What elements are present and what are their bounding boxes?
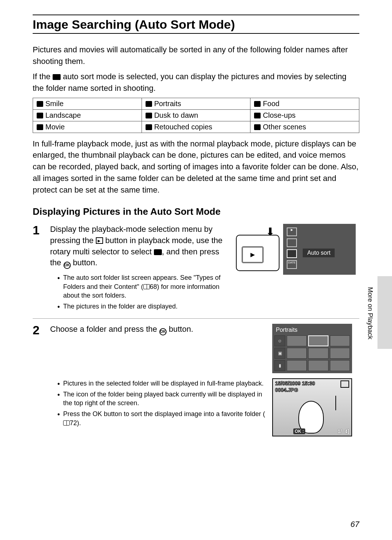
thumb [287, 348, 307, 359]
step2-note-3: Press the OK button to sort the displaye… [63, 410, 267, 427]
thumb-title: Portraits [274, 326, 350, 335]
playback-date: 15/05/2009 15:30 [275, 380, 315, 386]
camera-back-illustration: ⬇ ▶ [236, 235, 279, 271]
page-number: 67 [351, 520, 359, 529]
playback-counter: 1/ 4] [338, 428, 349, 434]
ok-button-icon: OK [64, 262, 71, 269]
playback-filename: 0004.JPG [275, 387, 298, 393]
step2-instruction: Choose a folder and press the OK button. [50, 324, 267, 335]
thumb-selected [308, 335, 328, 346]
background-illustration [335, 396, 346, 410]
menu-icon-autosort [287, 249, 297, 258]
thumbnail-screenshot: Portraits ☺ ▣ ▮ [272, 324, 352, 373]
thumb [330, 348, 350, 359]
other-scenes-icon [254, 124, 261, 130]
smile-icon [37, 101, 43, 107]
intro-paragraph-2: If the auto sort mode is selected, you c… [33, 71, 359, 94]
menu-selected-label: Auto sort [303, 249, 335, 257]
menu-screenshot: ▶ DATE Auto sort [283, 224, 356, 275]
retouched-icon [146, 124, 152, 130]
playback-screenshot: 15/05/2009 15:30 0004.JPG OK : 1/ 4] [272, 378, 352, 436]
folder-type-icon [340, 380, 349, 388]
folder-types-table: Smile Portraits Food Landscape Dusk to d… [33, 98, 359, 133]
page-ref-icon [143, 284, 150, 289]
step1-instruction: Display the playback-mode selection menu… [50, 224, 231, 269]
menu-icon-2 [287, 238, 297, 247]
section-subtitle: Displaying Pictures in the Auto Sort Mod… [33, 206, 359, 217]
side-section-label: More on Playback [366, 287, 374, 339]
food-icon [254, 101, 261, 107]
grid-ico: ☺ [274, 335, 285, 346]
step-1: 1 Display the playback-mode selection me… [33, 224, 359, 319]
step-number-1: 1 [33, 224, 45, 313]
grid-ico: ▮ [274, 360, 285, 371]
down-arrow-icon: ⬇ [266, 225, 275, 238]
page-ref-icon [63, 420, 70, 426]
thumb [308, 360, 328, 371]
closeups-icon [254, 113, 261, 118]
portraits-icon [146, 101, 152, 107]
thumb [308, 348, 328, 359]
step1-note-1: The auto sort folder list screen appears… [63, 273, 231, 300]
page-title: Image Searching (Auto Sort Mode) [33, 17, 359, 34]
ok-button-icon: OK [93, 410, 102, 418]
thumb [287, 360, 307, 371]
side-tab [377, 276, 392, 349]
grid-ico: ▣ [274, 348, 285, 359]
menu-icon-1: ▶ [287, 227, 297, 236]
thumb [330, 360, 350, 371]
auto-sort-icon [53, 74, 61, 80]
thumb [330, 335, 350, 346]
playback-button-icon [96, 237, 103, 244]
ok-button-icon: OK [159, 328, 167, 335]
step-2: 2 Choose a folder and press the OK butto… [33, 324, 359, 442]
step-number-2: 2 [33, 324, 45, 436]
after-table-paragraph: In full-frame playback mode, just as wit… [33, 138, 359, 196]
thumb [287, 335, 307, 346]
landscape-icon [37, 113, 43, 118]
dusk-icon [146, 113, 152, 118]
intro-paragraph-1: Pictures and movies will automatically b… [33, 44, 359, 67]
step1-note-2: The pictures in the folder are displayed… [63, 302, 231, 311]
movie-icon [37, 124, 43, 130]
auto-sort-icon [154, 249, 162, 255]
menu-icon-4: DATE [287, 260, 297, 269]
step2-note-2: The icon of the folder being played back… [63, 390, 267, 408]
ok-favorite-hint: OK : [293, 428, 305, 434]
step2-note-1: Pictures in the selected folder will be … [63, 379, 267, 388]
